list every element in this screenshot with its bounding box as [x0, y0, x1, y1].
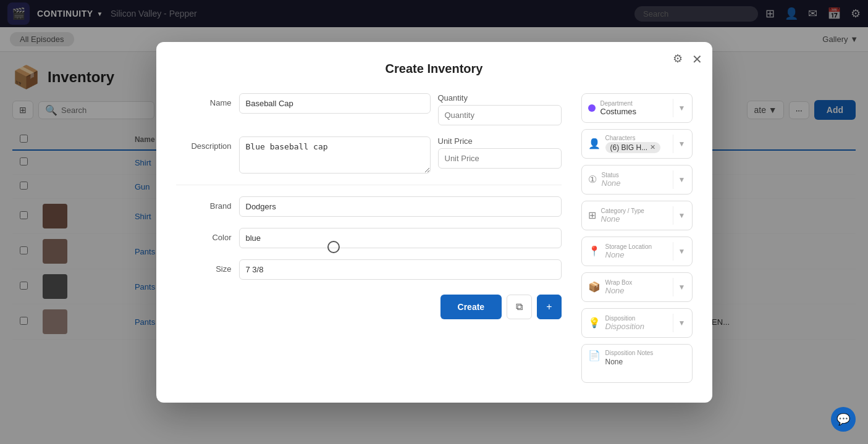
storage-label: Storage Location: [605, 243, 668, 250]
location-icon: 📍: [588, 245, 600, 257]
characters-label: Characters: [605, 135, 668, 141]
chevron-down-icon: ▼: [678, 104, 686, 112]
characters-content: Characters (6) BIG H... ✕: [605, 135, 668, 153]
storage-location-dropdown[interactable]: 📍 Storage Location None ▼: [581, 237, 693, 266]
notes-icon: 📄: [588, 350, 600, 361]
separator: [673, 135, 673, 153]
remove-character-button[interactable]: ✕: [650, 143, 655, 151]
category-value: None: [601, 214, 668, 224]
disposition-notes-field: 📄 Disposition Notes None: [581, 344, 693, 383]
modal-right-panel: Department Costumes ▼ 👤 Characters (6) B…: [581, 93, 693, 383]
modal-footer: Create ⧉ +: [176, 295, 562, 319]
disposition-content: Disposition Disposition: [605, 315, 668, 331]
size-label: Size: [176, 259, 232, 274]
disposition-label: Disposition: [605, 315, 668, 322]
chevron-down-icon: ▼: [678, 175, 686, 184]
storage-value: None: [605, 250, 668, 259]
status-content: Status None: [602, 172, 668, 188]
chat-icon: 💬: [836, 413, 850, 426]
quantity-input[interactable]: [438, 105, 562, 125]
department-value: Costumes: [600, 107, 668, 116]
modal-title: Create Inventory: [176, 62, 693, 76]
department-content: Department Costumes: [600, 100, 668, 116]
chevron-down-icon: ▼: [678, 247, 686, 256]
name-label: Name: [176, 93, 232, 107]
size-row: Size: [176, 259, 562, 280]
separator: [673, 170, 673, 189]
description-input[interactable]: Blue baseball cap: [239, 136, 431, 174]
chevron-down-icon: ▼: [678, 283, 686, 291]
name-row: Name Quantity: [176, 93, 562, 125]
status-icon: ①: [588, 174, 597, 185]
disposition-icon: 💡: [588, 317, 600, 329]
department-color-dot: [588, 104, 596, 112]
name-input[interactable]: [239, 93, 431, 114]
category-content: Category / Type None: [601, 207, 668, 224]
status-dropdown[interactable]: ① Status None ▼: [581, 165, 693, 195]
modal-close-button[interactable]: ✕: [692, 52, 702, 67]
category-icon: ⊞: [588, 209, 596, 221]
description-label: Description: [176, 136, 232, 151]
copy-button[interactable]: ⧉: [507, 295, 532, 319]
create-button[interactable]: Create: [440, 295, 502, 319]
modal-body: Name Quantity Description Blue baseball …: [176, 93, 693, 383]
category-type-dropdown[interactable]: ⊞ Category / Type None ▼: [581, 201, 693, 230]
separator: [673, 242, 673, 261]
color-row: Color: [176, 228, 562, 248]
brand-row: Brand: [176, 196, 562, 217]
department-dropdown[interactable]: Department Costumes ▼: [581, 93, 693, 123]
modal-overlay[interactable]: Create Inventory ⚙ ✕ Name Quantity: [0, 0, 868, 444]
chevron-down-icon: ▼: [678, 319, 686, 327]
characters-dropdown[interactable]: 👤 Characters (6) BIG H... ✕ ▼: [581, 129, 693, 159]
wrap-box-label: Wrap Box: [605, 279, 668, 286]
separator: [673, 206, 673, 225]
chat-bubble-button[interactable]: 💬: [831, 407, 856, 432]
wrap-box-dropdown[interactable]: 📦 Wrap Box None ▼: [581, 272, 693, 302]
disposition-notes-inner: Disposition Notes None: [605, 350, 686, 377]
characters-value: (6) BIG H...: [610, 143, 648, 152]
wrap-box-value: None: [605, 286, 668, 295]
storage-content: Storage Location None: [605, 243, 668, 259]
box-icon: 📦: [588, 281, 600, 293]
separator: [673, 278, 673, 296]
separator: [673, 314, 673, 332]
status-label: Status: [602, 172, 668, 178]
separator: [673, 99, 673, 117]
chevron-down-icon: ▼: [678, 140, 686, 148]
size-input[interactable]: [239, 259, 562, 280]
modal-form: Name Quantity Description Blue baseball …: [176, 93, 562, 383]
department-label: Department: [600, 100, 668, 107]
characters-chip: (6) BIG H... ✕: [605, 142, 661, 153]
modal-settings-button[interactable]: ⚙: [673, 52, 683, 65]
category-label: Category / Type: [601, 207, 668, 214]
color-label: Color: [176, 228, 232, 242]
wrap-box-content: Wrap Box None: [605, 279, 668, 295]
quantity-label: Quantity: [438, 93, 494, 103]
disposition-notes-input[interactable]: None: [605, 358, 686, 375]
add-more-button[interactable]: +: [537, 295, 561, 319]
form-divider: [176, 185, 562, 185]
status-value: None: [602, 178, 668, 188]
disposition-value: Disposition: [605, 322, 668, 331]
person-icon: 👤: [588, 138, 600, 149]
color-input[interactable]: [239, 228, 562, 248]
description-row: Description Blue baseball cap Unit Price: [176, 136, 562, 174]
unit-price-input[interactable]: [438, 148, 562, 169]
chevron-down-icon: ▼: [678, 211, 686, 220]
disposition-dropdown[interactable]: 💡 Disposition Disposition ▼: [581, 308, 693, 338]
disposition-notes-label: Disposition Notes: [605, 350, 686, 356]
create-inventory-modal: Create Inventory ⚙ ✕ Name Quantity: [156, 42, 712, 403]
brand-label: Brand: [176, 196, 232, 211]
brand-input[interactable]: [239, 196, 562, 217]
unit-price-label: Unit Price: [438, 136, 494, 146]
